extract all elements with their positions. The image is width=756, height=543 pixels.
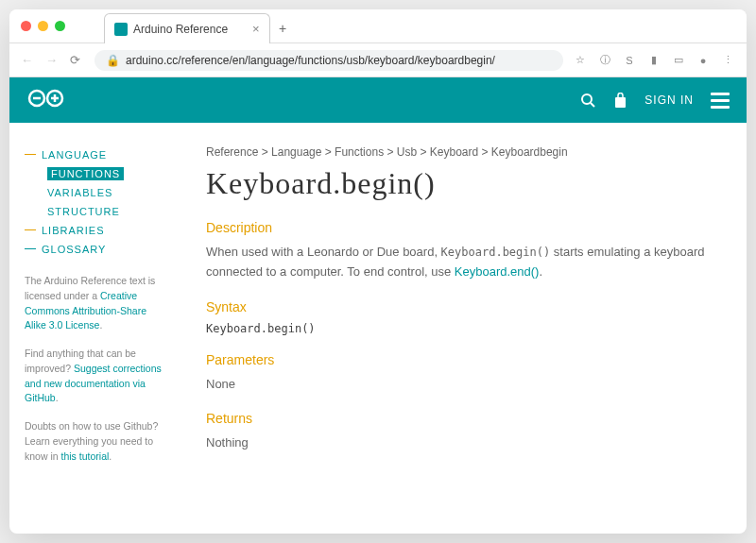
syntax-heading: Syntax — [206, 299, 720, 314]
sidebar-license-note: The Arduino Reference text is licensed u… — [25, 274, 164, 333]
url-text: arduino.cc/reference/en/language/functio… — [126, 54, 495, 67]
favicon-icon — [114, 23, 128, 36]
cart-icon[interactable] — [613, 93, 627, 109]
page-title: Keyboard.begin() — [206, 166, 720, 201]
sidebar-item-functions[interactable]: FUNCTIONS — [30, 164, 164, 183]
sidebar-item-libraries[interactable]: LIBRARIES — [25, 221, 164, 240]
menu-icon[interactable] — [711, 93, 730, 109]
sidebar-improve-note: Find anything that can be improved? Sugg… — [25, 347, 164, 406]
description-heading: Description — [206, 220, 720, 235]
svg-line-6 — [591, 103, 594, 107]
svg-rect-7 — [615, 97, 626, 108]
extension-icon-1[interactable]: S — [622, 53, 637, 68]
syntax-code: Keyboard.begin() — [206, 322, 720, 335]
parameters-heading: Parameters — [206, 352, 720, 367]
sidebar-github-note: Doubts on how to use Github? Learn every… — [25, 419, 164, 464]
address-bar[interactable]: 🔒 arduino.cc/reference/en/language/funct… — [94, 50, 563, 71]
star-icon[interactable]: ☆ — [573, 53, 588, 68]
sidebar-item-variables[interactable]: VARIABLES — [30, 183, 164, 202]
browser-window: Arduino Reference × + ← → ⟳ 🔒 arduino.cc… — [9, 9, 747, 534]
sidebar-item-language[interactable]: LANGUAGE — [25, 145, 164, 164]
svg-point-5 — [582, 94, 592, 104]
minimize-window-button[interactable] — [38, 21, 48, 31]
search-icon[interactable] — [580, 93, 596, 109]
extension-icon-3[interactable]: ▭ — [671, 53, 686, 68]
sidebar-item-glossary[interactable]: GLOSSARY — [25, 240, 164, 259]
extension-icon-2[interactable]: ▮ — [646, 53, 662, 68]
address-bar-row: ← → ⟳ 🔒 arduino.cc/reference/en/language… — [9, 43, 747, 77]
profile-avatar-icon[interactable]: ● — [696, 53, 711, 68]
main-article: Reference > Language > Functions > Usb >… — [180, 123, 747, 534]
reload-button[interactable]: ⟳ — [70, 53, 85, 67]
forward-button[interactable]: → — [45, 53, 60, 67]
tutorial-link[interactable]: this tutorial — [61, 450, 110, 462]
maximize-window-button[interactable] — [55, 21, 65, 31]
sign-in-link[interactable]: SIGN IN — [644, 93, 694, 107]
titlebar: Arduino Reference × + — [9, 9, 747, 43]
browser-menu-icon[interactable]: ⋮ — [720, 53, 735, 68]
parameters-value: None — [206, 375, 720, 395]
window-controls — [21, 21, 65, 31]
browser-tab[interactable]: Arduino Reference × — [104, 13, 270, 43]
page-content: LANGUAGE FUNCTIONS VARIABLES STRUCTURE L… — [9, 123, 747, 534]
back-button[interactable]: ← — [21, 53, 36, 67]
new-tab-button[interactable]: + — [279, 21, 286, 36]
returns-value: Nothing — [206, 433, 720, 453]
lock-icon: 🔒 — [106, 54, 120, 67]
arduino-logo-icon[interactable] — [26, 88, 72, 112]
tab-title: Arduino Reference — [133, 23, 228, 36]
site-header: SIGN IN — [9, 77, 747, 123]
close-window-button[interactable] — [21, 21, 31, 31]
description-text: When used with a Leonardo or Due board, … — [206, 243, 720, 282]
keyboard-end-link[interactable]: Keyboard.end() — [455, 264, 540, 279]
sidebar: LANGUAGE FUNCTIONS VARIABLES STRUCTURE L… — [9, 123, 180, 534]
breadcrumb: Reference > Language > Functions > Usb >… — [206, 145, 720, 159]
sidebar-item-structure[interactable]: STRUCTURE — [30, 202, 164, 221]
info-icon[interactable]: ⓘ — [597, 53, 612, 68]
returns-heading: Returns — [206, 411, 720, 426]
sidebar-nav: LANGUAGE FUNCTIONS VARIABLES STRUCTURE L… — [25, 145, 164, 259]
tab-close-icon[interactable]: × — [252, 22, 260, 36]
